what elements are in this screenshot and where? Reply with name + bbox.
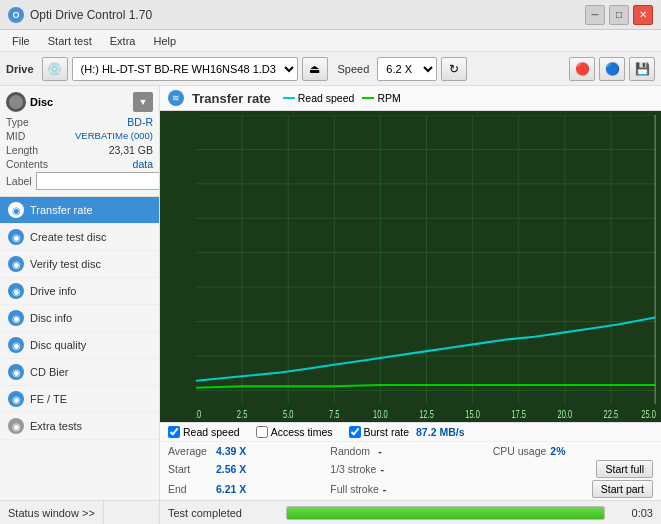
menu-extra[interactable]: Extra (102, 33, 144, 49)
window-controls: ─ □ ✕ (585, 5, 653, 25)
progress-bar (286, 506, 605, 520)
app-title: Opti Drive Control 1.70 (30, 8, 152, 22)
stat-stroke-label: 1/3 stroke (330, 463, 376, 475)
start-part-button[interactable]: Start part (592, 480, 653, 498)
nav-label-create-test-disc: Create test disc (30, 231, 106, 243)
chart-legend: Read speed RPM (283, 92, 401, 104)
drive-info-icon: ◉ (8, 283, 24, 299)
drive-icon-btn[interactable]: 💿 (42, 57, 68, 81)
stat-cpu-label: CPU usage (493, 445, 547, 457)
disc-mid-value: VERBATIMe (000) (75, 130, 153, 142)
checkbox-burst-rate: Burst rate 87.2 MB/s (349, 426, 465, 438)
nav-item-cd-bier[interactable]: ◉ CD Bier (0, 359, 159, 386)
svg-text:25.0 GB: 25.0 GB (641, 407, 657, 418)
stat-full-stroke-row: Full stroke - (330, 480, 490, 498)
toolbar: Drive 💿 (H:) HL-DT-ST BD-RE WH16NS48 1.D… (0, 52, 661, 86)
menu-help[interactable]: Help (145, 33, 184, 49)
fe-te-icon: ◉ (8, 391, 24, 407)
nav-label-disc-info: Disc info (30, 312, 72, 324)
checkbox-burst-rate-input[interactable] (349, 426, 361, 438)
checkbox-access-times-input[interactable] (256, 426, 268, 438)
disc-label: Disc (30, 96, 53, 108)
time-text: 0:03 (611, 507, 661, 519)
disc-header: Disc ▼ (6, 92, 153, 112)
stat-random-label: Random (330, 445, 374, 457)
nav-label-cd-bier: CD Bier (30, 366, 69, 378)
start-full-button[interactable]: Start full (596, 460, 653, 478)
disc-options-btn[interactable]: ▼ (133, 92, 153, 112)
nav-item-create-test-disc[interactable]: ◉ Create test disc (0, 224, 159, 251)
nav-item-drive-info[interactable]: ◉ Drive info (0, 278, 159, 305)
title-bar: O Opti Drive Control 1.70 ─ □ ✕ (0, 0, 661, 30)
speed-label: Speed (338, 63, 370, 75)
legend-read-speed-label: Read speed (298, 92, 355, 104)
menu-file[interactable]: File (4, 33, 38, 49)
legend-green-dot (362, 97, 374, 99)
drive-label: Drive (6, 63, 34, 75)
stat-end-row: End 6.21 X (168, 480, 328, 498)
stat-start-value: 2.56 X (216, 463, 246, 475)
menu-start-test[interactable]: Start test (40, 33, 100, 49)
chart-checkboxes: Read speed Access times Burst rate 87.2 … (160, 423, 661, 442)
nav-item-extra-tests[interactable]: ◉ Extra tests (0, 413, 159, 440)
stat-full-stroke-label: Full stroke (330, 483, 378, 495)
app-icon: O (8, 7, 24, 23)
nav-item-disc-info[interactable]: ◉ Disc info (0, 305, 159, 332)
start-part-btn-cell: Start part (493, 480, 653, 498)
disc-label-input[interactable] (36, 172, 160, 190)
checkbox-access-times-label: Access times (271, 426, 333, 438)
legend-read-speed: Read speed (283, 92, 355, 104)
burst-rate-value: 87.2 MB/s (416, 426, 464, 438)
minimize-button[interactable]: ─ (585, 5, 605, 25)
nav-item-transfer-rate[interactable]: ◉ Transfer rate (0, 197, 159, 224)
nav-label-extra-tests: Extra tests (30, 420, 82, 432)
disc-label-label: Label (6, 175, 32, 187)
stat-average-row: Average 4.39 X (168, 444, 328, 458)
drive-selector[interactable]: (H:) HL-DT-ST BD-RE WH16NS48 1.D3 (72, 57, 298, 81)
progress-fill (287, 507, 604, 519)
svg-text:15.0: 15.0 (465, 407, 480, 418)
disc-mid-row: MID VERBATIMe (000) (6, 130, 153, 142)
menu-bar: File Start test Extra Help (0, 30, 661, 52)
status-window-btn[interactable]: Status window >> (0, 501, 104, 524)
chart-header: ≋ Transfer rate Read speed RPM (160, 86, 661, 111)
checkbox-read-speed-input[interactable] (168, 426, 180, 438)
disc-length-value: 23,31 GB (109, 144, 153, 156)
svg-text:5.0: 5.0 (283, 407, 293, 418)
chart-icon: ≋ (168, 90, 184, 106)
main-area: Disc ▼ Type BD-R MID VERBATIMe (000) Len… (0, 86, 661, 524)
status-bar: Status window >> (0, 500, 159, 524)
nav-item-disc-quality[interactable]: ◉ Disc quality (0, 332, 159, 359)
right-panel: ≋ Transfer rate Read speed RPM (160, 86, 661, 524)
checkbox-burst-rate-label: Burst rate (364, 426, 410, 438)
stats-grid: Average 4.39 X Random - CPU usage 2% Sta… (160, 442, 661, 500)
disc-length-label: Length (6, 144, 38, 156)
nav-label-transfer-rate: Transfer rate (30, 204, 93, 216)
disc-quality-icon: ◉ (8, 337, 24, 353)
title-bar-left: O Opti Drive Control 1.70 (8, 7, 152, 23)
stat-cpu-value: 2% (550, 445, 565, 457)
speed-selector[interactable]: 6.2 X (377, 57, 437, 81)
stat-end-label: End (168, 483, 212, 495)
eject-button[interactable]: ⏏ (302, 57, 328, 81)
svg-text:10.0: 10.0 (373, 407, 388, 418)
nav-item-verify-test-disc[interactable]: ◉ Verify test disc (0, 251, 159, 278)
refresh-button[interactable]: ↻ (441, 57, 467, 81)
chart-svg: 2X 4X 6X 8X 10X 12X 14X 16X 18X 0.0 2.5 … (196, 115, 657, 418)
disc-label-row: Label 🏷 (6, 172, 153, 190)
verify-test-disc-icon: ◉ (8, 256, 24, 272)
maximize-button[interactable]: □ (609, 5, 629, 25)
info-button[interactable]: 🔵 (599, 57, 625, 81)
stat-random-row: Random - (330, 444, 490, 458)
legend-rpm-label: RPM (377, 92, 400, 104)
settings-button[interactable]: 🔴 (569, 57, 595, 81)
svg-text:7.5: 7.5 (329, 407, 339, 418)
nav-label-verify-test-disc: Verify test disc (30, 258, 101, 270)
save-button[interactable]: 💾 (629, 57, 655, 81)
disc-length-row: Length 23,31 GB (6, 144, 153, 156)
nav-item-fe-te[interactable]: ◉ FE / TE (0, 386, 159, 413)
cd-bier-icon: ◉ (8, 364, 24, 380)
legend-cyan-dot (283, 97, 295, 99)
chart-bottom: Read speed Access times Burst rate 87.2 … (160, 422, 661, 500)
close-button[interactable]: ✕ (633, 5, 653, 25)
